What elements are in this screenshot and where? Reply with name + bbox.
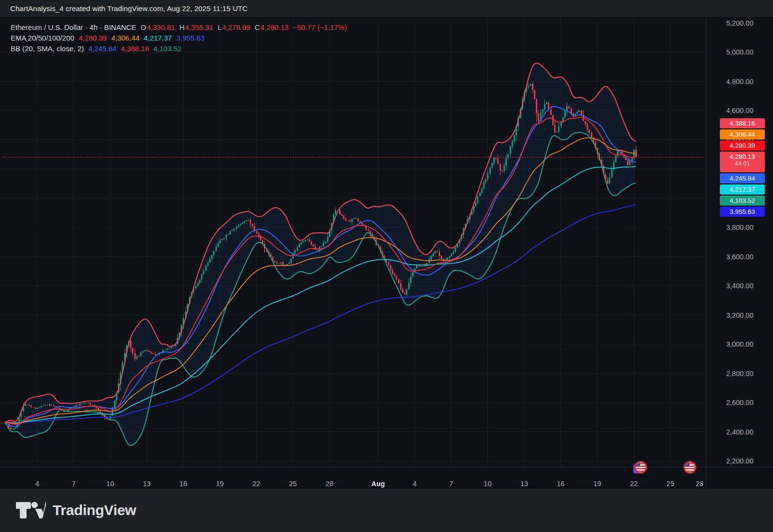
price-axis-label: 3,800.00 xyxy=(726,223,753,232)
bb-label: BB (20, SMA, close, 2) xyxy=(11,44,84,53)
ema-label: EMA 20/50/100/200 xyxy=(11,34,74,42)
time-axis-label: Aug xyxy=(372,480,385,488)
time-axis-label: 4 xyxy=(35,480,39,488)
price-axis[interactable]: 5,200.005,000.004,800.004,600.004,400.00… xyxy=(706,18,773,467)
price-axis-label: 5,000.00 xyxy=(726,48,753,56)
time-axis-label: 22 xyxy=(253,480,260,488)
time-axis[interactable]: 4710131619222528Aug4710131619222528 xyxy=(0,467,706,489)
indicator-value: 4,388.16 xyxy=(121,44,149,53)
price-axis-label: 3,000.00 xyxy=(726,340,753,349)
economic-event-us-flag-icon[interactable] xyxy=(633,460,648,476)
time-axis-label: 10 xyxy=(106,480,114,488)
legend-bb-row[interactable]: BB (20, SMA, close, 2)4,245.844,388.164,… xyxy=(11,43,347,54)
symbol-title: Ethereum / U.S. Dollar · 4h · BINANCE xyxy=(11,23,136,31)
time-axis-label: 4 xyxy=(413,480,416,488)
economic-event-us-flag-icon[interactable] xyxy=(683,460,697,476)
ohlc-values: O4,330.81H4,355.31L4,278.09C4,280.13−50.… xyxy=(136,23,347,31)
bb-lower-tag: 4,103.52 xyxy=(720,196,765,206)
price-axis-label: 2,800.00 xyxy=(726,369,753,378)
time-axis-label: 13 xyxy=(520,480,528,488)
time-axis-label: 28 xyxy=(326,480,333,488)
change-value: −50.77 (−1.17%) xyxy=(293,23,347,31)
bb-basis-tag: 4,245.84 xyxy=(720,173,765,183)
price-axis-label: 2,600.00 xyxy=(726,398,753,407)
ohlc-letter: C xyxy=(255,23,260,31)
price-axis-label: 2,400.00 xyxy=(726,428,753,436)
tradingview-chart-window: { "header": {"title": "ChartAnalysis_4 c… xyxy=(0,0,773,532)
current-price-tag: 4,280.1344:01 xyxy=(720,152,765,172)
ema50-tag: 4,306.44 xyxy=(720,129,765,140)
header-title: ChartAnalysis_4 created with TradingView… xyxy=(10,4,248,13)
tradingview-brand-text[interactable]: TradingView xyxy=(53,502,136,518)
bb-upper-tag: 4,388.16 xyxy=(720,118,765,128)
time-axis-label: 10 xyxy=(484,480,491,488)
price-axis-label: 3,200.00 xyxy=(726,311,753,320)
legend-ema-row[interactable]: EMA 20/50/100/2004,280.394,306.444,217.3… xyxy=(11,33,347,43)
indicator-legend: Ethereum / U.S. Dollar · 4h · BINANCEO4,… xyxy=(11,22,347,54)
time-axis-label: 28 xyxy=(696,480,703,488)
ohlc-letter: H xyxy=(179,23,185,31)
ema20-tag: 4,280.39 xyxy=(720,140,765,151)
price-axis-label: 5,200.00 xyxy=(726,19,753,28)
ema100-tag: 4,217.37 xyxy=(720,184,765,195)
time-axis-label: 16 xyxy=(179,480,187,488)
indicator-value: 4,103.52 xyxy=(154,44,182,53)
indicator-value: 4,217.37 xyxy=(144,34,172,42)
legend-symbol-row[interactable]: Ethereum / U.S. Dollar · 4h · BINANCEO4,… xyxy=(11,22,347,33)
time-axis-label: 7 xyxy=(72,480,76,488)
tradingview-logo-icon[interactable] xyxy=(16,500,46,521)
indicator-value: 4,245.84 xyxy=(88,44,116,53)
time-axis-label: 25 xyxy=(289,480,297,488)
ema200-tag: 3,955.63 xyxy=(720,207,765,217)
price-axis-label: 3,600.00 xyxy=(726,252,753,261)
ohlc-value: 4,280.13 xyxy=(260,23,288,31)
ohlc-value: 4,355.31 xyxy=(185,23,213,31)
indicator-value: 4,306.44 xyxy=(111,34,139,42)
ohlc-letter: L xyxy=(217,23,221,31)
indicator-value: 3,955.63 xyxy=(176,34,204,42)
ohlc-letter: O xyxy=(141,23,146,31)
price-axis-label: 2,200.00 xyxy=(726,457,753,465)
time-axis-label: 22 xyxy=(630,480,638,488)
price-axis-label: 4,800.00 xyxy=(726,77,753,86)
ema-values: 4,280.394,306.444,217.373,955.63 xyxy=(74,34,205,42)
time-axis-label: 25 xyxy=(666,480,674,488)
time-axis-label: 19 xyxy=(593,480,601,488)
indicator-value: 4,280.39 xyxy=(79,34,107,42)
bb-values: 4,245.844,388.164,103.52 xyxy=(84,44,182,53)
bar-countdown: 44:01 xyxy=(720,160,765,168)
price-axis-label: 3,400.00 xyxy=(726,281,753,290)
chart-pane-background xyxy=(0,18,706,467)
price-axis-label: 4,600.00 xyxy=(726,106,753,115)
footer-bar: TradingView xyxy=(0,489,773,532)
time-axis-label: 19 xyxy=(216,480,224,488)
time-axis-label: 16 xyxy=(557,480,565,488)
axis-corner xyxy=(706,467,773,489)
time-axis-label: 7 xyxy=(449,480,453,488)
ohlc-value: 4,278.09 xyxy=(222,23,250,31)
ohlc-value: 4,330.81 xyxy=(147,23,175,31)
header-bar: ChartAnalysis_4 created with TradingView… xyxy=(0,0,773,18)
time-axis-label: 13 xyxy=(143,480,151,488)
